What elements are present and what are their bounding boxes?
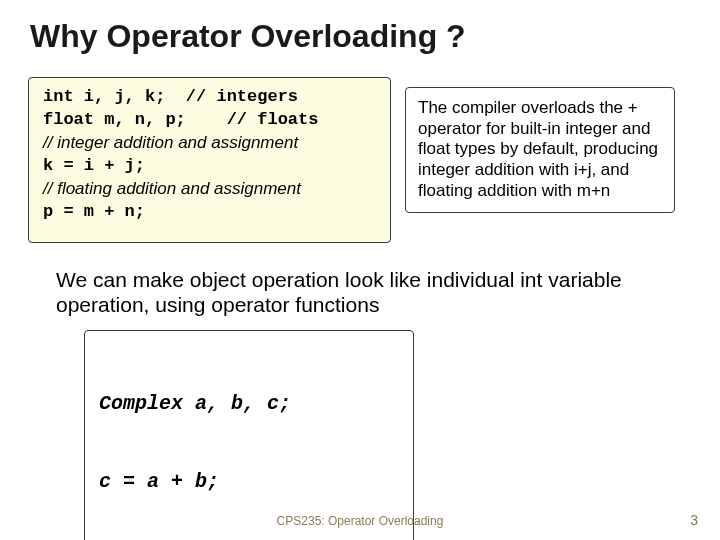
complex-line-2: c = a + b; — [99, 469, 399, 495]
code-box: int i, j, k; // integers float m, n, p; … — [28, 77, 391, 243]
code-comment-2: // floating addition and assignment — [43, 178, 376, 201]
slide-title: Why Operator Overloading ? — [30, 18, 692, 55]
footer-text: CPS235: Operator Overloading — [0, 514, 720, 528]
complex-line-1: Complex a, b, c; — [99, 391, 399, 417]
slide: Why Operator Overloading ? int i, j, k; … — [0, 0, 720, 540]
code-line-1: int i, j, k; // integers — [43, 86, 376, 109]
code-comment-1: // integer addition and assignment — [43, 132, 376, 155]
content-row: int i, j, k; // integers float m, n, p; … — [28, 77, 692, 243]
code-line-2: float m, n, p; // floats — [43, 109, 376, 132]
explanation-text: We can make object operation look like i… — [56, 267, 672, 318]
explanation-box: The compiler overloads the + operator fo… — [405, 87, 675, 213]
page-number: 3 — [690, 512, 698, 528]
complex-code-box: Complex a, b, c; c = a + b; — [84, 330, 414, 540]
code-line-3: k = i + j; — [43, 155, 376, 178]
code-line-4: p = m + n; — [43, 201, 376, 224]
